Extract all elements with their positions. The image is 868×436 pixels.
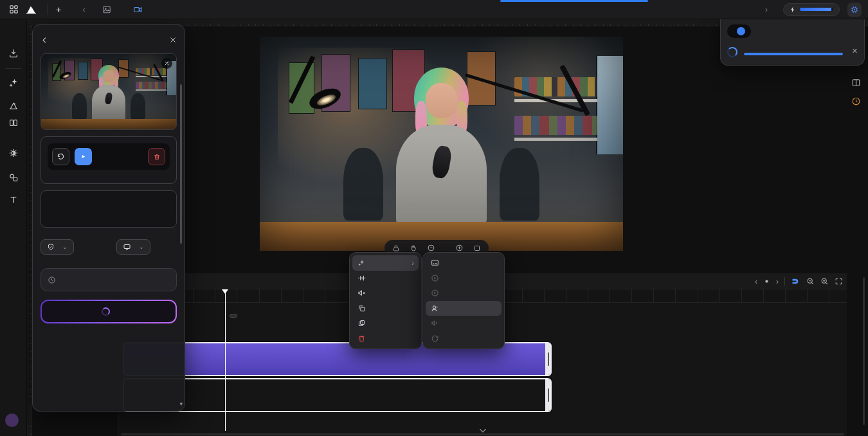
next-frame-icon[interactable]: › [776, 278, 779, 286]
snap-magnet-icon[interactable] [791, 277, 800, 286]
submenu-item-dubbing [426, 316, 502, 331]
ai-tools-submenu [422, 252, 505, 349]
tabs-back-chevron-icon[interactable]: ‹ [82, 5, 85, 14]
talking-avatar-icon [430, 304, 439, 313]
prompt-input[interactable] [41, 190, 177, 228]
menu-item-duplicate[interactable] [352, 316, 419, 331]
submenu-item-copy-motion [426, 331, 502, 347]
submenu-item-generate-subtitles[interactable] [426, 255, 502, 271]
submenu-item-generate-video [426, 271, 502, 286]
frame-icon[interactable] [473, 244, 481, 252]
menu-item-ai-tools[interactable]: › [352, 255, 419, 271]
video-camera-icon [133, 5, 143, 14]
monitor-icon [123, 243, 131, 251]
menu-item-copy[interactable] [352, 301, 419, 316]
prev-frame-icon[interactable]: ‹ [755, 278, 757, 286]
ai-chip-button[interactable] [847, 3, 862, 17]
divider [5, 68, 21, 69]
replay-button[interactable] [52, 148, 69, 165]
dubbing-icon [430, 319, 439, 327]
spinner-icon [102, 307, 110, 316]
timeline-collapse-chevron-icon[interactable] [478, 428, 487, 433]
pan-hand-icon[interactable] [410, 244, 417, 252]
timeline-zoom-in-icon[interactable] [820, 277, 829, 286]
new-button[interactable]: + [56, 5, 64, 14]
logo-hat-icon [26, 5, 37, 14]
job-progress-fill [744, 53, 843, 55]
ai-tools-icon [357, 259, 366, 267]
timeline-zoom-out-icon[interactable] [806, 277, 815, 286]
copy-motion-icon [430, 334, 439, 343]
audio-settings-icon [357, 274, 366, 282]
pages-icon[interactable] [8, 118, 19, 128]
submenu-chevron-icon: › [411, 259, 414, 267]
export-icon[interactable] [8, 48, 19, 59]
generate-button-border [41, 300, 177, 323]
tab-images[interactable] [102, 5, 115, 14]
text-tool-icon[interactable] [8, 195, 18, 205]
video-clip[interactable] [123, 378, 552, 412]
clip-context-menu: › [349, 252, 422, 349]
clip-trim-handle[interactable] [545, 379, 551, 412]
zoom-out-icon[interactable] [427, 244, 435, 252]
duplicate-icon [357, 319, 366, 327]
notifications-panel: ✕ [720, 19, 865, 66]
chevron-down-icon: ⌄ [139, 244, 144, 250]
job-spinner-icon [727, 47, 737, 57]
user-avatar[interactable] [5, 413, 19, 427]
zoom-in-icon[interactable] [455, 244, 464, 252]
tab-current[interactable] [727, 24, 751, 38]
delete-audio-button[interactable] [148, 148, 165, 165]
talking-avatar-panel: ⌄ ⌄ ▾ [32, 24, 185, 412]
ruler-corner-button[interactable] [27, 19, 33, 26]
audio-limit-notice [41, 268, 177, 291]
submenu-item-talking-avatar[interactable] [426, 301, 502, 316]
resolution-select[interactable]: ⌄ [116, 239, 150, 255]
job-progress-track [744, 53, 843, 55]
generate-button[interactable] [42, 301, 176, 322]
apps-grid-icon[interactable] [6, 3, 21, 17]
avatar-image-thumbnail[interactable] [41, 53, 177, 130]
forward-chevron-icon[interactable]: › [765, 5, 768, 14]
divider [48, 5, 48, 15]
panel-scroll-down-icon[interactable]: ▾ [179, 401, 183, 407]
back-chevron-icon[interactable] [41, 36, 52, 44]
adjust-icon[interactable] [8, 148, 19, 159]
play-circle-icon [430, 289, 439, 297]
timeline-hscrollbar[interactable] [121, 433, 844, 435]
precision-select[interactable]: ⌄ [41, 239, 74, 255]
credits-bar [800, 8, 833, 11]
playhead[interactable] [225, 289, 226, 431]
current-count-badge [737, 27, 745, 35]
timeline-vscrollbar[interactable] [863, 277, 865, 425]
top-progress-line [500, 0, 648, 2]
menu-item-audio-settings[interactable] [352, 271, 419, 286]
video-preview[interactable] [260, 37, 623, 251]
plus-icon: + [56, 5, 61, 14]
stop-icon[interactable] [763, 278, 770, 285]
menu-item-delete[interactable] [352, 331, 419, 347]
panel-scrollbar[interactable] [180, 84, 182, 244]
tools-sidebar [0, 19, 27, 436]
history-clock-icon[interactable] [851, 96, 861, 106]
app-logo[interactable] [26, 5, 40, 14]
menu-item-mute[interactable] [352, 286, 419, 301]
fit-expand-icon[interactable] [835, 277, 843, 286]
energy-bolt-icon [790, 6, 796, 14]
remove-avatar-image-button[interactable] [161, 58, 172, 69]
shapes-icon[interactable] [8, 172, 19, 183]
magic-hat-icon[interactable] [8, 101, 19, 111]
avatar-thumb-scene [41, 54, 176, 129]
close-icon[interactable] [169, 36, 177, 44]
clock-icon [48, 276, 56, 284]
dismiss-notification-icon[interactable]: ✕ [852, 47, 858, 55]
tab-talking[interactable] [133, 5, 147, 14]
clip-trim-handle[interactable] [545, 343, 551, 376]
ai-sparkles-icon[interactable] [8, 78, 19, 89]
divider [784, 277, 785, 286]
credits-meter[interactable] [783, 3, 840, 16]
lock-icon[interactable] [392, 244, 400, 252]
image-icon [102, 5, 111, 14]
play-button[interactable] [75, 148, 92, 165]
side-panel-toggle-icon[interactable] [851, 78, 861, 87]
